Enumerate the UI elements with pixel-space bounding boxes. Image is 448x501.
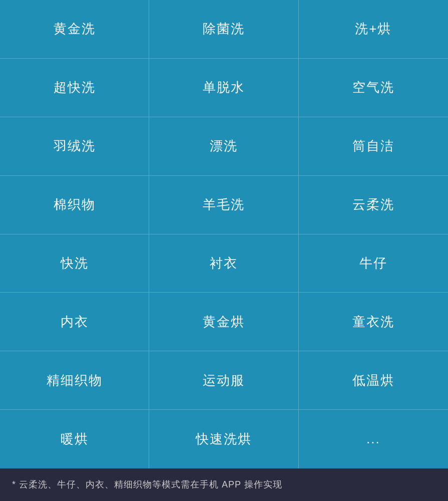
table-cell: 内衣 — [0, 293, 149, 351]
table-cell: 空气洗 — [299, 59, 448, 117]
footer-note: * 云柔洗、牛仔、内衣、精细织物等模式需在手机 APP 操作实现 — [0, 468, 448, 501]
table-cell: 羽绒洗 — [0, 117, 149, 176]
table-cell: 除菌洗 — [149, 0, 298, 59]
table-cell: 筒自洁 — [299, 117, 448, 176]
table-cell: 洗+烘 — [299, 0, 448, 59]
table-cell: 云柔洗 — [299, 176, 448, 234]
table-cell: 单脱水 — [149, 59, 298, 117]
table-cell: 童衣洗 — [299, 293, 448, 351]
footer-text: * 云柔洗、牛仔、内衣、精细织物等模式需在手机 APP 操作实现 — [12, 477, 282, 492]
table-cell: 漂洗 — [149, 117, 298, 176]
table-cell: 黄金洗 — [0, 0, 149, 59]
table-cell: 低温烘 — [299, 351, 448, 410]
table-cell: 棉织物 — [0, 176, 149, 234]
table-grid: 黄金洗除菌洗洗+烘超快洗单脱水空气洗羽绒洗漂洗筒自洁棉织物羊毛洗云柔洗快洗衬衣牛… — [0, 0, 448, 468]
wash-modes-table: 黄金洗除菌洗洗+烘超快洗单脱水空气洗羽绒洗漂洗筒自洁棉织物羊毛洗云柔洗快洗衬衣牛… — [0, 0, 448, 468]
table-cell: 快洗 — [0, 234, 149, 293]
table-cell: 运动服 — [149, 351, 298, 410]
table-cell: 快速洗烘 — [149, 410, 298, 468]
table-cell: 衬衣 — [149, 234, 298, 293]
table-cell: 牛仔 — [299, 234, 448, 293]
table-cell: 暖烘 — [0, 410, 149, 468]
table-cell: 超快洗 — [0, 59, 149, 117]
table-cell: 羊毛洗 — [149, 176, 298, 234]
table-cell: 精细织物 — [0, 351, 149, 410]
table-cell: 黄金烘 — [149, 293, 298, 351]
table-cell: ... — [299, 410, 448, 468]
